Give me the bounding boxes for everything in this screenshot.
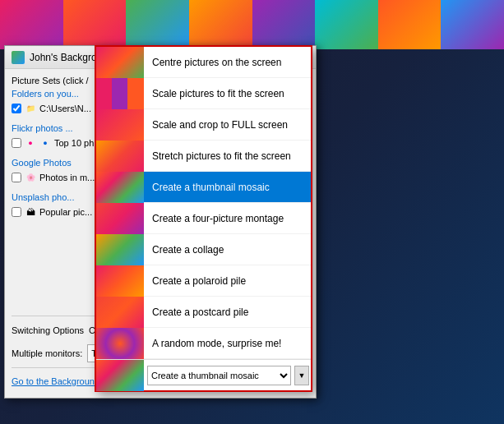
unsplash-item-1-label: Popular pic... — [39, 207, 92, 217]
dropdown-label-scale-crop: Scale and crop to FULL screen — [144, 119, 311, 131]
dropdown-item-stretch[interactable]: Stretch pictures to fit the screen — [96, 141, 311, 172]
folder-icon: 📁 — [25, 103, 36, 114]
dropdown-thumb-thumbnail-mosaic — [96, 172, 144, 203]
dropdown-thumb-collage — [96, 234, 144, 265]
dropdown-label-four-picture: Create a four-picture montage — [144, 213, 311, 224]
flickr-icon: ● — [25, 137, 36, 149]
switching-options-label: Switching Options — [12, 325, 84, 335]
top-thumbnail-strip — [0, 0, 504, 49]
thumbnail-5 — [252, 0, 316, 49]
dropdown-label-thumbnail-mosaic: Create a thumbnail mosaic — [144, 182, 311, 193]
google-item-1-checkbox[interactable] — [12, 173, 21, 182]
dropdown-item-collage[interactable]: Create a collage — [96, 234, 311, 265]
dropdown-bottom-select-bar: Create a thumbnail mosaic ▼ — [96, 359, 311, 390]
thumbnail-6 — [315, 0, 378, 49]
dropdown-thumb-centre — [96, 47, 144, 78]
thumbnail-7 — [378, 0, 442, 49]
google-item-1-label: Photos in m... — [39, 173, 95, 182]
dropdown-item-scale-crop[interactable]: Scale and crop to FULL screen — [96, 109, 311, 141]
flickr-item-1-checkbox[interactable] — [12, 138, 21, 148]
dropdown-item-scale-fit[interactable]: Scale pictures to fit the screen — [96, 78, 311, 109]
dropdown-label-centre: Centre pictures on the screen — [144, 57, 311, 68]
thumbnail-1 — [0, 0, 63, 49]
folder-item-1-checkbox[interactable] — [12, 104, 21, 113]
thumbnail-8 — [441, 0, 504, 49]
dropdown-bottom-arrow[interactable]: ▼ — [294, 366, 309, 385]
dropdown-thumb-scale-fit — [96, 78, 144, 109]
dropdown-thumb-polaroid — [96, 265, 144, 297]
dropdown-item-four-picture[interactable]: Create a four-picture montage — [96, 203, 311, 234]
dropdown-label-stretch: Stretch pictures to fit the screen — [144, 150, 311, 162]
unsplash-icon: 🏔 — [25, 206, 36, 218]
dialog-app-icon — [12, 51, 25, 64]
folder-item-1-label: C:\Users\N... — [39, 104, 91, 113]
thumbnail-2 — [63, 0, 127, 49]
unsplash-item-1-checkbox[interactable] — [12, 207, 21, 217]
flickr-icon-2: ● — [39, 137, 51, 149]
dropdown-thumb-stretch — [96, 141, 144, 172]
dropdown-item-polaroid[interactable]: Create a polaroid pile — [96, 265, 311, 297]
dropdown-label-collage: Create a collage — [144, 244, 311, 256]
dropdown-item-thumbnail-mosaic[interactable]: Create a thumbnail mosaic — [96, 172, 311, 203]
display-mode-dropdown: Centre pictures on the screen Scale pict… — [95, 45, 312, 392]
monitors-label: Multiple monitors: — [12, 348, 82, 358]
dropdown-thumb-postcard — [96, 297, 144, 328]
dropdown-thumb-four-picture — [96, 203, 144, 234]
dropdown-bottom-select-control[interactable]: Create a thumbnail mosaic — [147, 366, 291, 385]
dropdown-bottom-thumb — [96, 360, 144, 391]
thumbnail-3 — [126, 0, 189, 49]
google-photos-icon: 🌸 — [25, 172, 36, 183]
dropdown-label-polaroid: Create a polaroid pile — [144, 275, 311, 287]
dropdown-item-postcard[interactable]: Create a postcard pile — [96, 297, 311, 328]
dropdown-label-random: A random mode, surprise me! — [144, 338, 311, 349]
dropdown-thumb-scale-crop — [96, 109, 144, 141]
dropdown-label-scale-fit: Scale pictures to fit the screen — [144, 88, 311, 99]
dropdown-thumb-random — [96, 328, 144, 359]
dropdown-item-random[interactable]: A random mode, surprise me! — [96, 328, 311, 359]
dropdown-item-centre[interactable]: Centre pictures on the screen — [96, 47, 311, 78]
dropdown-label-postcard: Create a postcard pile — [144, 306, 311, 318]
thumbnail-4 — [189, 0, 252, 49]
